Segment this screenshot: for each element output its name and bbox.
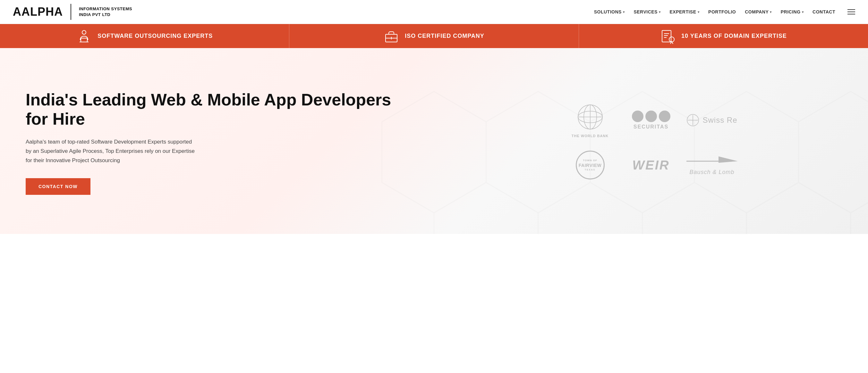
fairview-label: TOWN OF FAIRVIEW TEXAS (579, 159, 601, 171)
securitas-dots (632, 110, 671, 122)
nav-solutions[interactable]: SOLUTIONS ▾ (594, 9, 625, 14)
banner-text-iso: ISO CERTIFIED COMPANY (405, 33, 484, 39)
banner-item-outsourcing: SOFTWARE OUTSOURCING EXPERTS (0, 24, 289, 48)
logo-area: AALPHA INFORMATION SYSTEMS INDIA PVT LTD (13, 4, 132, 20)
hamburger-line (847, 9, 855, 10)
swissre-icon (686, 114, 699, 127)
logo-worldbank: THE WORLD BANK (564, 103, 616, 138)
nav-services[interactable]: SERVICES ▾ (633, 9, 660, 14)
nav-contact[interactable]: CONTACT (812, 9, 835, 14)
weir-label: WEIR (632, 158, 670, 172)
hamburger-line (847, 11, 855, 12)
fairview-badge: TOWN OF FAIRVIEW TEXAS (576, 150, 604, 179)
logo-weir: WEIR (625, 150, 677, 179)
svg-rect-6 (662, 30, 671, 42)
svg-marker-40 (718, 157, 738, 163)
chevron-down-icon: ▾ (659, 10, 661, 14)
worldbank-globe-icon (576, 103, 604, 131)
hamburger-menu[interactable] (847, 9, 855, 14)
logo-fairview: TOWN OF FAIRVIEW TEXAS (564, 150, 616, 179)
hero-right: THE WORLD BANK SECURITAS (434, 48, 868, 234)
hamburger-line (847, 14, 855, 14)
securitas-label: SECURITAS (633, 124, 669, 130)
main-nav: SOLUTIONS ▾ SERVICES ▾ EXPERTISE ▾ PORTF… (594, 9, 855, 14)
nav-portfolio[interactable]: PORTFOLIO (708, 9, 736, 14)
hero-description: Aalpha's team of top-rated Software Deve… (26, 137, 199, 165)
hero-section: India's Leading Web & Mobile App Develop… (0, 48, 868, 234)
securitas-dot (659, 110, 671, 122)
banner-item-expertise: 10 YEARS OF DOMAIN EXPERTISE (579, 24, 868, 48)
securitas-dot (632, 110, 644, 122)
svg-point-7 (669, 37, 674, 42)
nav-pricing[interactable]: PRICING ▾ (781, 9, 804, 14)
logo-bausch: Bausch & Lomb (686, 150, 738, 179)
hero-left: India's Leading Web & Mobile App Develop… (0, 48, 434, 234)
briefcase-icon (384, 29, 399, 44)
certificate-icon (660, 29, 676, 44)
banner-text-expertise: 10 YEARS OF DOMAIN EXPERTISE (681, 33, 787, 39)
bausch-label: Bausch & Lomb (689, 169, 734, 176)
logo-main[interactable]: AALPHA (13, 5, 63, 19)
banner-item-iso: ISO CERTIFIED COMPANY (289, 24, 579, 48)
chevron-down-icon: ▾ (770, 10, 772, 14)
logo-securitas: SECURITAS (625, 103, 677, 138)
nav-company[interactable]: COMPANY ▾ (745, 9, 772, 14)
worldbank-label: THE WORLD BANK (571, 134, 609, 138)
chevron-down-icon: ▾ (698, 10, 700, 14)
chevron-down-icon: ▾ (623, 10, 625, 14)
client-logos-grid: THE WORLD BANK SECURITAS (552, 90, 751, 192)
logo-divider (70, 4, 71, 20)
contact-now-button[interactable]: CONTACT NOW (26, 178, 90, 195)
logo-swissre: Swiss Re (686, 103, 738, 138)
bausch-graphic (686, 155, 738, 168)
nav-expertise[interactable]: EXPERTISE ▾ (670, 9, 699, 14)
swissre-label: Swiss Re (703, 116, 737, 125)
banner-text-outsourcing: SOFTWARE OUTSOURCING EXPERTS (97, 33, 213, 39)
svg-point-0 (82, 30, 86, 34)
user-laptop-icon (76, 29, 92, 44)
logo-subtitle: INFORMATION SYSTEMS INDIA PVT LTD (79, 6, 132, 18)
header: AALPHA INFORMATION SYSTEMS INDIA PVT LTD… (0, 0, 868, 24)
securitas-dot (645, 110, 657, 122)
svg-rect-1 (81, 38, 87, 42)
red-banner: SOFTWARE OUTSOURCING EXPERTS ISO CERTIFI… (0, 24, 868, 48)
chevron-down-icon: ▾ (802, 10, 804, 14)
hero-title: India's Leading Web & Mobile App Develop… (26, 90, 415, 129)
